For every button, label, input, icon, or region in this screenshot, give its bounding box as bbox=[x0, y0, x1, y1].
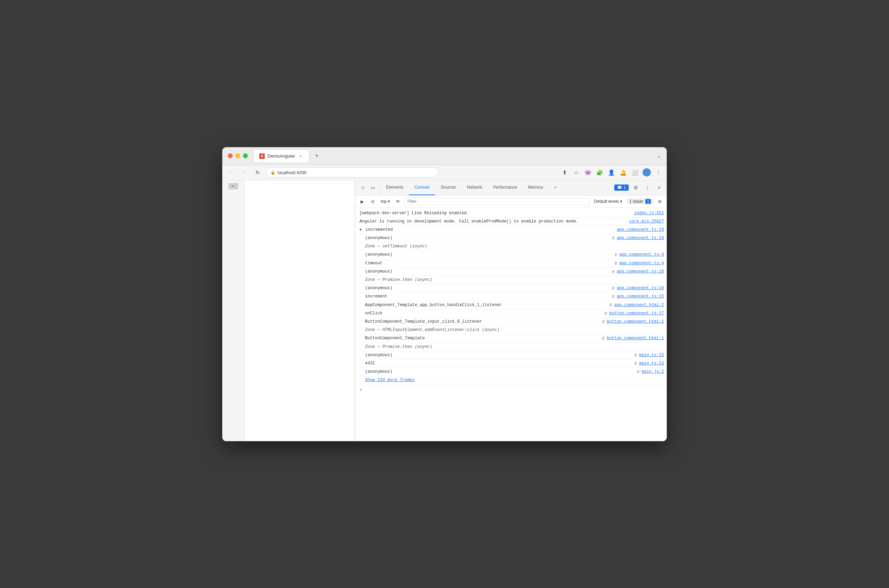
forward-button[interactable]: → bbox=[240, 168, 249, 177]
console-source-link[interactable]: button.component.html:1 bbox=[607, 336, 664, 340]
console-text: Zone — setTimeout (async) bbox=[365, 243, 664, 250]
console-text: [webpack-dev-server] Live Reloading enab… bbox=[359, 210, 634, 217]
console-settings-icon[interactable]: ⚙ bbox=[656, 197, 664, 206]
console-text: (anonymous) bbox=[365, 268, 612, 275]
minimize-button[interactable] bbox=[236, 153, 240, 158]
console-source-link[interactable]: main.js:2 bbox=[641, 369, 664, 374]
chat-badge[interactable]: 💬 1 bbox=[614, 184, 629, 191]
console-text: AppComponent_Template_app_button_handleC… bbox=[365, 302, 610, 309]
active-tab[interactable]: A DemoAngular × bbox=[253, 150, 309, 162]
bookmark-icon[interactable]: ☆ bbox=[572, 168, 580, 177]
console-line: Zone — setTimeout (async) bbox=[355, 243, 667, 251]
page-content bbox=[244, 180, 355, 441]
console-source-link[interactable]: app.component.ts:16 bbox=[617, 269, 664, 274]
console-toolbar: ▶ ⊘ top ▾ 👁 Default levels ▾ 1 Issue: 1 … bbox=[355, 195, 667, 208]
reload-button[interactable]: ↻ bbox=[253, 168, 262, 177]
console-source-link[interactable]: button.component.ts:17 bbox=[610, 311, 664, 316]
settings-icon[interactable]: ⚙ bbox=[631, 183, 640, 192]
console-prompt[interactable]: › bbox=[355, 384, 667, 395]
puzzle-icon[interactable]: 🧩 bbox=[596, 168, 604, 177]
console-source-link[interactable]: app.component.ts:15 bbox=[617, 294, 664, 299]
issue-label: 1 Issue: bbox=[629, 199, 644, 204]
console-line: Zone — Promise.then (async) bbox=[355, 343, 667, 351]
lock-icon: 🔒 bbox=[270, 170, 275, 175]
console-source-link[interactable]: app.component.ts:4 bbox=[619, 252, 664, 257]
console-text: (anonymous) bbox=[365, 285, 612, 292]
apps-icon[interactable]: ⬜ bbox=[631, 168, 639, 177]
console-source-link[interactable]: core.mjs:25627 bbox=[629, 218, 664, 225]
console-text: ButtonComponent_Template_input_click_0_l… bbox=[365, 318, 602, 325]
console-source-link[interactable]: app.component.ts:18 bbox=[617, 226, 664, 233]
console-line: Zone — HTMLInputElement.addEventListener… bbox=[355, 326, 667, 334]
extension-icon[interactable]: 👾 bbox=[584, 168, 592, 177]
url-bar[interactable]: 🔒 localhost:4200 bbox=[266, 167, 438, 178]
devtools-toolbar: ⊹ ▭ Elements Console Sources Network Per… bbox=[355, 180, 667, 195]
console-source-link[interactable]: app.component.ts:18 bbox=[617, 236, 664, 240]
console-source-link[interactable]: button.component.html:1 bbox=[607, 319, 664, 324]
console-line: ButtonComponent_Template @ button.compon… bbox=[355, 334, 667, 343]
console-text: Angular is running in development mode. … bbox=[359, 218, 629, 225]
tab-console[interactable]: Console bbox=[409, 180, 435, 195]
console-source-link[interactable]: app.component.ts:16 bbox=[617, 286, 664, 291]
tab-elements[interactable]: Elements bbox=[381, 180, 409, 195]
levels-arrow-icon: ▾ bbox=[620, 199, 622, 204]
console-line: (anonymous) @ app.component.ts:18 bbox=[355, 234, 667, 243]
cursor-tool-icon[interactable]: ⊹ bbox=[358, 183, 368, 192]
tab-more[interactable]: » bbox=[548, 180, 562, 195]
console-line: Zone — Promise.then (async) bbox=[355, 276, 667, 284]
chat-icon: 💬 bbox=[617, 185, 622, 190]
console-source-link[interactable]: main.ts:15 bbox=[639, 353, 664, 358]
console-line: 4431 @ main.ts:13 bbox=[355, 360, 667, 368]
maximize-button[interactable] bbox=[243, 153, 248, 158]
tab-title: DemoAngular bbox=[267, 153, 295, 159]
extension2-icon[interactable]: 🔔 bbox=[619, 168, 627, 177]
close-button[interactable] bbox=[228, 153, 233, 158]
devtools-toolbar-icons: ⊹ ▭ bbox=[355, 180, 381, 195]
filter-input[interactable] bbox=[404, 198, 590, 205]
block-icon[interactable]: ⊘ bbox=[368, 197, 377, 206]
more-menu-icon[interactable]: ⋮ bbox=[654, 168, 662, 177]
tab-performance[interactable]: Performance bbox=[488, 180, 523, 195]
console-source-link[interactable]: app.component.ts:4 bbox=[619, 261, 664, 266]
console-text: Zone — HTMLInputElement.addEventListener… bbox=[365, 327, 664, 333]
devtools-toolbar-right: 💬 1 ⚙ ⋮ × bbox=[614, 183, 667, 192]
tab-network[interactable]: Network bbox=[461, 180, 488, 195]
issues-badge[interactable]: 1 Issue: 1 bbox=[627, 198, 653, 204]
show-more-frames-link[interactable]: Show 234 more frames bbox=[365, 377, 415, 384]
context-dropdown[interactable]: top ▾ bbox=[379, 198, 392, 204]
console-text: ButtonComponent_Template bbox=[365, 335, 602, 342]
console-text: Zone — Promise.then (async) bbox=[365, 344, 664, 350]
run-scripts-icon[interactable]: ▶ bbox=[358, 197, 366, 206]
back-button[interactable]: ← bbox=[227, 168, 236, 177]
close-devtools-icon[interactable]: × bbox=[654, 183, 664, 192]
eye-icon[interactable]: 👁 bbox=[394, 197, 402, 206]
tab-close-button[interactable]: × bbox=[298, 153, 303, 159]
console-text: onClick bbox=[365, 310, 605, 317]
console-source-link[interactable]: main.ts:13 bbox=[639, 361, 664, 366]
tab-favicon: A bbox=[259, 153, 265, 159]
more-options-icon[interactable]: ⋮ bbox=[643, 183, 652, 192]
sidebar-toggle: + - bbox=[222, 180, 244, 441]
traffic-lights bbox=[228, 153, 248, 158]
device-emulation-icon[interactable]: ▭ bbox=[368, 183, 377, 192]
tab-memory[interactable]: Memory bbox=[523, 180, 548, 195]
console-output[interactable]: [webpack-dev-server] Live Reloading enab… bbox=[355, 208, 667, 441]
console-line: timeout @ app.component.ts:4 bbox=[355, 260, 667, 268]
console-line: AppComponent_Template_app_button_handleC… bbox=[355, 301, 667, 309]
sidebar-expand-button[interactable]: + - bbox=[228, 183, 238, 189]
console-text: (anonymous) bbox=[365, 369, 637, 375]
profile-icon[interactable]: 👤 bbox=[607, 168, 616, 177]
title-bar: A DemoAngular × + ⌄ bbox=[222, 147, 667, 165]
default-levels-dropdown[interactable]: Default levels ▾ bbox=[592, 198, 625, 205]
tab-sources[interactable]: Sources bbox=[435, 180, 461, 195]
new-tab-button[interactable]: + bbox=[312, 151, 322, 160]
console-source-link[interactable]: app.component.html:2 bbox=[614, 303, 664, 308]
url-text: localhost:4200 bbox=[278, 170, 306, 175]
devtools-tab-bar: Elements Console Sources Network Perform… bbox=[381, 180, 562, 195]
console-source-link[interactable]: index.js:551 bbox=[634, 210, 664, 217]
avatar[interactable] bbox=[643, 168, 651, 177]
share-icon[interactable]: ⬆ bbox=[560, 168, 569, 177]
tab-bar: A DemoAngular × + bbox=[253, 150, 657, 162]
content-area: + - ⊹ ▭ Elements Console Sources Network… bbox=[222, 180, 667, 441]
console-line: increment @ app.component.ts:15 bbox=[355, 292, 667, 301]
